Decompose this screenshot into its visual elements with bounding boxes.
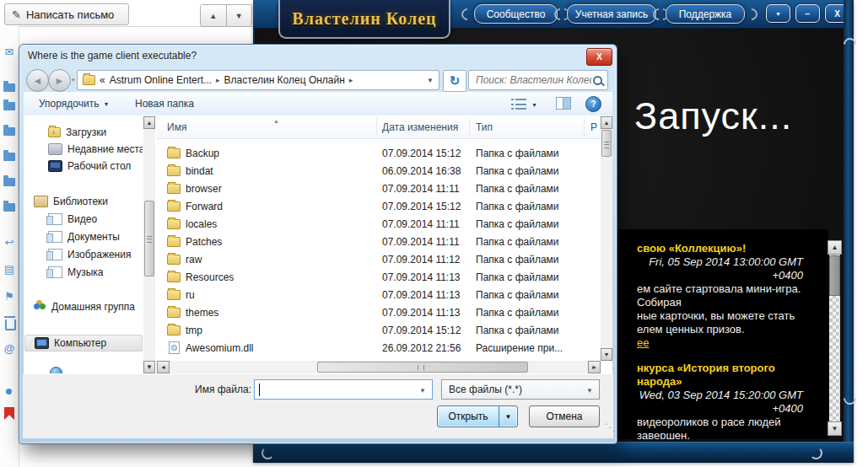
table-row[interactable]: Patches07.09.2014 11:11Папка с файлами xyxy=(157,233,601,250)
table-row[interactable]: raw07.09.2014 11:12Папка с файлами xyxy=(157,250,601,268)
sidebar-item-downloads[interactable]: Загрузки xyxy=(24,124,143,141)
scroll-left-button[interactable]: ◄ xyxy=(157,361,170,373)
open-button[interactable]: Открыть ▼ xyxy=(437,405,518,427)
table-row[interactable]: locales07.09.2014 11:11Папка с файлами xyxy=(157,215,601,233)
preview-pane-icon[interactable] xyxy=(556,97,571,110)
at-icon[interactable]: @ xyxy=(3,343,16,355)
scrollbar-thumb[interactable] xyxy=(317,362,528,373)
news-title[interactable]: свою «Коллекцию»! xyxy=(637,242,803,255)
launcher-menu-button[interactable]: ▼ xyxy=(766,4,790,23)
up-button[interactable]: ▲ xyxy=(201,5,227,26)
scroll-up-button[interactable]: ▲ xyxy=(143,116,155,129)
column-header-type[interactable]: Тип xyxy=(476,121,493,133)
scrollbar-thumb[interactable] xyxy=(601,130,612,157)
folder-icon[interactable] xyxy=(3,203,15,212)
scroll-up-button[interactable]: ▲ xyxy=(828,240,842,255)
change-view-icon[interactable] xyxy=(511,99,526,110)
sidebar-item-video[interactable]: Видео xyxy=(24,211,143,228)
dialog-close-button[interactable]: X xyxy=(586,48,612,66)
view-dropdown-icon[interactable]: ▼ xyxy=(531,102,537,108)
network-icon[interactable] xyxy=(50,367,62,373)
resize-grip[interactable]: ⋱ xyxy=(605,421,615,433)
tab-community[interactable]: Сообщество xyxy=(474,4,558,24)
column-header-date[interactable]: Дата изменения xyxy=(382,121,458,133)
compose-button[interactable]: ✎ Написать письмо xyxy=(4,3,129,25)
column-header-name[interactable]: Имя xyxy=(167,121,186,133)
news-title[interactable]: нкурса «История второго народа» xyxy=(637,362,803,389)
dot-icon[interactable] xyxy=(6,389,12,395)
bookmark-icon[interactable] xyxy=(4,407,14,420)
sidebar-item-documents[interactable]: Документы xyxy=(24,228,143,245)
folder-icon[interactable] xyxy=(3,102,15,110)
sidebar-scroll-down-button[interactable]: ▼ xyxy=(143,361,155,373)
table-row[interactable]: Forward07.09.2014 15:12Папка с файлами xyxy=(157,197,601,215)
scroll-down-button[interactable]: ▼ xyxy=(601,348,612,361)
flag-icon[interactable]: ⚑ xyxy=(3,291,16,303)
breadcrumb-collapsed[interactable]: « xyxy=(100,74,105,86)
sidebar-item-pictures[interactable]: Изображения xyxy=(24,246,143,263)
table-row[interactable]: Backup07.09.2014 15:12Папка с файлами xyxy=(157,144,601,162)
folder-icon[interactable] xyxy=(3,178,15,186)
sidebar-scrollbar[interactable]: ▲ xyxy=(143,116,155,373)
scrollbar-thumb[interactable] xyxy=(144,201,154,276)
news-more-link[interactable]: ее xyxy=(637,336,649,349)
address-dropdown-icon[interactable]: ▼ xyxy=(427,77,434,84)
table-row[interactable]: themes07.09.2014 11:13Папка с файлами xyxy=(157,303,601,321)
table-row[interactable]: tmp07.09.2014 15:12Папка с файлами xyxy=(157,321,601,339)
column-header-size[interactable]: Р xyxy=(590,121,597,133)
tab-support[interactable]: Поддержка xyxy=(666,4,745,24)
down-button[interactable]: ▼ xyxy=(227,5,252,26)
forward-button[interactable]: ► xyxy=(48,69,71,92)
filename-dropdown-icon[interactable]: ▼ xyxy=(419,387,426,395)
breadcrumb-segment[interactable]: Astrum Online Entert... xyxy=(110,74,212,86)
search-box[interactable] xyxy=(468,70,608,90)
table-row[interactable]: bindat06.09.2014 16:38Папка с файлами xyxy=(157,162,601,180)
refresh-button[interactable]: ↻ xyxy=(443,70,466,92)
chevron-down-icon: ▼ xyxy=(775,11,781,17)
scrollbar-thumb[interactable] xyxy=(829,255,840,296)
history-dropdown-icon[interactable]: ▾ xyxy=(72,77,75,83)
column-divider[interactable] xyxy=(376,118,377,137)
horizontal-scrollbar[interactable]: ◄ ► xyxy=(157,361,601,373)
scroll-right-button[interactable]: ► xyxy=(588,361,601,373)
search-icon[interactable] xyxy=(593,76,602,85)
note-icon[interactable]: ▤ xyxy=(3,264,16,276)
reply-icon[interactable]: ↩ xyxy=(3,237,16,249)
tab-account[interactable]: Учетная запись xyxy=(567,4,656,24)
sidebar-item-libraries[interactable]: Библиотеки xyxy=(24,193,143,210)
organize-menu[interactable]: Упорядочить ▼ xyxy=(39,98,109,110)
folder-icon[interactable] xyxy=(3,153,15,161)
table-row[interactable]: Resources07.09.2014 11:13Папка с файлами xyxy=(157,268,601,286)
new-folder-button[interactable]: Новая папка xyxy=(135,98,194,110)
envelope-icon[interactable]: ✉ xyxy=(3,46,16,58)
back-button[interactable]: ◄ xyxy=(26,69,49,92)
address-bar[interactable]: « Astrum Online Entert... ▸ Властелин Ко… xyxy=(77,70,439,90)
sidebar-item-homegroup[interactable]: Домашняя группа xyxy=(24,298,143,315)
folder-icon[interactable] xyxy=(3,83,15,92)
scroll-up-button[interactable]: ▲ xyxy=(601,116,612,129)
news-scrollbar[interactable]: ▲ ▼ xyxy=(828,240,842,436)
filelist-scrollbar[interactable]: ▲ ▼ xyxy=(601,116,612,361)
cancel-button[interactable]: Отмена xyxy=(529,405,600,427)
table-row[interactable]: Awesomium.dll26.09.2012 21:56Расширение … xyxy=(157,339,601,357)
breadcrumb-separator-icon[interactable]: ▸ xyxy=(349,76,353,84)
search-input[interactable] xyxy=(474,73,593,87)
folder-icon[interactable] xyxy=(3,127,15,136)
column-divider[interactable] xyxy=(584,118,585,137)
sidebar-item-desktop[interactable]: Рабочий стол xyxy=(24,158,143,174)
scroll-down-button[interactable]: ▼ xyxy=(828,421,842,436)
sidebar-item-computer[interactable]: Компьютер xyxy=(24,335,143,352)
filetype-select[interactable]: Все файлы (*.*) ▼ xyxy=(441,379,600,400)
help-icon[interactable]: ? xyxy=(585,96,601,112)
breadcrumb-separator-icon[interactable]: ▸ xyxy=(216,76,220,84)
breadcrumb-segment[interactable]: Властелин Колец Онлайн xyxy=(224,74,345,86)
open-split-dropdown[interactable]: ▼ xyxy=(499,406,517,427)
trash-icon[interactable] xyxy=(5,319,16,330)
filename-input[interactable]: ▼ xyxy=(254,379,433,400)
column-divider[interactable] xyxy=(469,118,470,137)
table-row[interactable]: browser07.09.2014 11:11Папка с файлами xyxy=(157,180,601,197)
launcher-minimize-button[interactable]: − xyxy=(795,4,820,23)
table-row[interactable]: ru07.09.2014 11:13Папка с файлами xyxy=(157,286,601,303)
sidebar-item-music[interactable]: Музыка xyxy=(24,264,143,281)
sidebar-item-recent[interactable]: Недавние места xyxy=(24,141,143,158)
